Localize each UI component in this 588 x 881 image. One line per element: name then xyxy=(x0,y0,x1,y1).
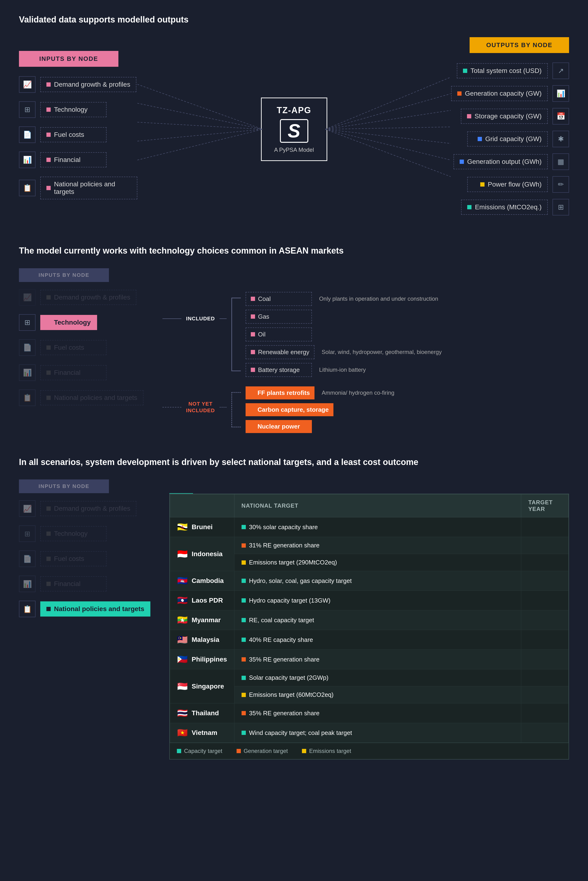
section1-title: Validated data supports modelled outputs xyxy=(19,14,569,25)
label-battery: Battery storage xyxy=(246,363,312,377)
dot-battery xyxy=(251,368,255,372)
tech-coal: Coal Only plants in operation and under … xyxy=(246,292,442,306)
input-policies-s2: 📋 National policies and targets xyxy=(19,390,144,406)
label-technology-s2: Technology xyxy=(40,315,97,330)
label-ccs: Carbon capture, storage xyxy=(246,403,333,416)
tech-ff-plants: FF plants retrofits Ammonia/ hydrogen co… xyxy=(246,387,394,399)
year-cell xyxy=(521,703,568,723)
tech-ccs: Carbon capture, storage xyxy=(246,403,394,416)
flag-myanmar: 🇲🇲 xyxy=(177,615,188,625)
country-name: 🇧🇳Brunei xyxy=(177,522,227,532)
label-fuel-s3: Fuel costs xyxy=(40,551,106,566)
label-financial-s3: Financial xyxy=(40,576,106,592)
target-item: 31% RE generation share xyxy=(242,542,514,549)
year-cell xyxy=(521,686,568,703)
inputs-panel-s3: INPUTS BY NODE 📈 Demand growth & profile… xyxy=(19,479,150,626)
dot-coal xyxy=(251,297,255,301)
label-policies-s2: National policies and targets xyxy=(40,390,144,405)
target-dot xyxy=(242,693,246,697)
table-row: 🇲🇲MyanmarRE, coal capacity target xyxy=(170,610,568,630)
year-cell xyxy=(521,591,568,610)
dot-gencap xyxy=(457,91,462,96)
label-fuel-s2: Fuel costs xyxy=(40,340,106,355)
year-cell xyxy=(521,517,568,537)
svg-line-1 xyxy=(137,103,262,129)
svg-line-3 xyxy=(137,129,262,141)
cal-icon: 📅 xyxy=(552,108,569,124)
flag-malaysia: 🇲🇾 xyxy=(177,635,188,645)
year-cell xyxy=(521,630,568,650)
table-row: 🇵🇭Philippines35% RE generation share xyxy=(170,650,568,669)
target-dot xyxy=(242,598,246,602)
output-item-storagecap: Storage capacity (GW) 📅 xyxy=(451,108,569,124)
input-financial-s2: 📊 Financial xyxy=(19,364,144,381)
input-item-technology: ⊞ Technology xyxy=(19,101,137,118)
input-label-policies: National policies and targets xyxy=(40,177,137,199)
inputs-header-s3: INPUTS BY NODE xyxy=(19,479,109,493)
finance-icon-s3: 📊 xyxy=(19,575,36,592)
target-text: 40% RE capacity share xyxy=(249,636,313,644)
asterisk-icon: ✱ xyxy=(552,131,569,147)
country-cell-thailand: 🇹🇭Thailand xyxy=(170,703,234,723)
country-cell-cambodia: 🇰🇭Cambodia xyxy=(170,571,234,591)
input-technology-s2: ⊞ Technology xyxy=(19,314,144,331)
output-item-genout: Generation output (GWh) ▦ xyxy=(451,153,569,170)
country-name: 🇱🇦Laos PDR xyxy=(177,595,227,605)
policies-section: NATIONAL TARGET TARGET YEAR 🇧🇳Brunei30% … xyxy=(170,479,569,760)
svg-line-8 xyxy=(326,127,451,129)
chart-icon-s3: 📈 xyxy=(19,500,36,517)
grid-icon: ⊞ xyxy=(19,101,36,118)
table-icon: ⊞ xyxy=(552,199,569,216)
output-label-genout: Generation output (GWh) xyxy=(453,154,548,169)
target-text: RE, coal capacity target xyxy=(249,617,314,624)
grid-icon-s3: ⊞ xyxy=(19,525,36,542)
section3-body: INPUTS BY NODE 📈 Demand growth & profile… xyxy=(19,479,569,760)
input-demand-s2: 📈 Demand growth & profiles xyxy=(19,289,144,306)
dot-fuel-s2 xyxy=(46,345,51,350)
year-cell xyxy=(521,554,568,571)
desc-coal: Only plants in operation and under const… xyxy=(319,295,438,302)
target-dot xyxy=(242,543,246,548)
page-wrapper: Validated data supports modelled outputs… xyxy=(0,0,588,774)
included-label: INCLUDED xyxy=(186,316,215,322)
target-text: Hydro capacity target (13GW) xyxy=(249,597,331,604)
dot-storagecap xyxy=(467,114,471,118)
section1: Validated data supports modelled outputs… xyxy=(19,14,569,222)
chart2-icon: 📊 xyxy=(552,85,569,102)
target-text: 35% RE generation share xyxy=(249,710,320,717)
label-coal: Coal xyxy=(246,292,312,306)
input-financial-s3: 📊 Financial xyxy=(19,575,150,592)
label-technology-s3: Technology xyxy=(40,526,106,541)
target-item: RE, coal capacity target xyxy=(242,617,514,624)
country-cell-philippines: 🇵🇭Philippines xyxy=(170,650,234,669)
label-gas: Gas xyxy=(246,310,312,324)
dot-demand-s2 xyxy=(46,295,51,300)
label-financial-s2: Financial xyxy=(40,365,106,380)
target-item: Hydro capacity target (13GW) xyxy=(242,597,514,604)
not-yet-block: NOT YET INCLUDED xyxy=(162,387,569,433)
finance-icon: 📊 xyxy=(19,151,36,168)
chart-icon-s2: 📈 xyxy=(19,289,36,306)
svg-line-10 xyxy=(326,129,451,160)
file-icon: 📄 xyxy=(19,126,36,143)
dot-technology-s2 xyxy=(46,320,51,325)
target-cell: Emissions target (60MtCO2eq) xyxy=(234,686,521,703)
desc-battery: Lithium-ion battery xyxy=(319,367,366,373)
target-text: Solar capacity target (2GWp) xyxy=(249,674,328,682)
target-cell: 35% RE generation share xyxy=(234,650,521,669)
legend-row: Capacity target Generation target Emissi… xyxy=(170,743,568,759)
doc-icon: 📋 xyxy=(19,180,36,196)
country-name: 🇻🇳Vietnam xyxy=(177,728,227,738)
input-item-demand: 📈 Demand growth & profiles xyxy=(19,76,137,93)
target-dot xyxy=(242,676,246,680)
target-item: Wind capacity target; coal peak target xyxy=(242,729,514,737)
label-policies-s3: National policies and targets xyxy=(40,601,150,617)
target-dot xyxy=(242,618,246,622)
desc-ff: Ammonia/ hydrogen co-firing xyxy=(322,390,394,396)
input-item-financial: 📊 Financial xyxy=(19,151,137,168)
outputs-column: OUTPUTS BY NODE Total system cost (USD) … xyxy=(451,37,569,222)
target-item: 30% solar capacity share xyxy=(242,523,514,531)
flag-laos pdr: 🇱🇦 xyxy=(177,595,188,605)
svg-line-4 xyxy=(137,129,262,160)
output-item-powerflow: Power flow (GWh) ✏ xyxy=(451,176,569,193)
